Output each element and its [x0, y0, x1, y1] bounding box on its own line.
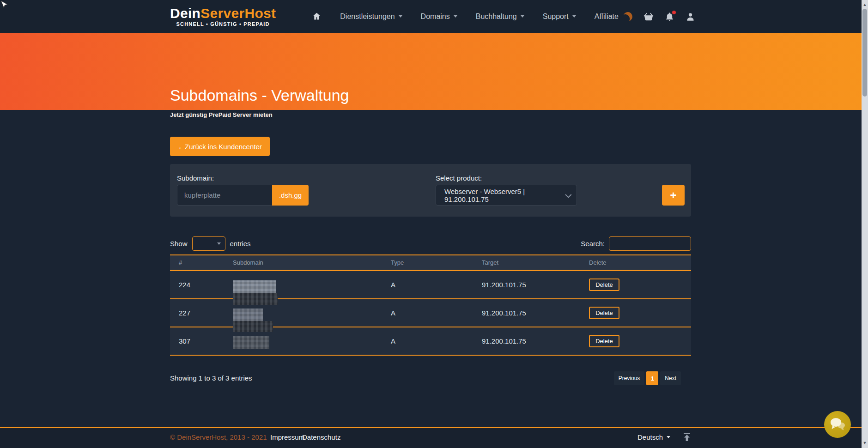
pagination-previous-button[interactable]: Previous	[614, 371, 645, 385]
search-input[interactable]	[609, 236, 691, 251]
logo-text: DeinServerHost	[170, 6, 276, 20]
redacted-subdomain-blur	[233, 321, 273, 332]
footer-link-datenschutz[interactable]: Datenschutz	[302, 433, 340, 441]
logo-tagline: SCHNELL • GÜNSTIG • PREPAID	[176, 22, 270, 27]
back-button-label: Zurück ins Kundencenter	[185, 143, 262, 151]
nav-item-domains[interactable]: Domains	[421, 12, 457, 21]
search-control: Search:	[581, 236, 691, 251]
home-icon[interactable]	[312, 12, 322, 21]
cart-icon[interactable]	[643, 12, 654, 22]
page-header-banner: Subdomains - Verwaltung Jetzt günstig Pr…	[0, 33, 862, 110]
row-target: 91.200.101.75	[473, 281, 580, 289]
subdomain-label: Subdomain:	[177, 174, 214, 182]
scrollbar-up-arrow[interactable]: ▲	[862, 1, 868, 8]
row-target: 91.200.101.75	[473, 337, 580, 345]
nav-item-label: Support	[543, 12, 569, 21]
row-type: A	[382, 337, 473, 345]
chevron-down-icon	[399, 15, 402, 18]
row-type: A	[382, 309, 473, 317]
scrollbar-thumb[interactable]	[862, 9, 867, 97]
delete-button[interactable]: Delete	[589, 307, 619, 319]
product-select[interactable]: Webserver - Webserver5 | 91.200.101.75	[436, 185, 577, 206]
chevron-down-icon	[565, 191, 572, 198]
table-header-row: # Subdomain Type Target Delete	[170, 254, 691, 271]
user-icon[interactable]	[686, 12, 695, 22]
header-delete[interactable]: Delete	[580, 259, 691, 266]
footer: © DeinServerHost, 2013 - 2021 Impressum …	[0, 427, 862, 448]
nav-item-label: Domains	[421, 12, 450, 21]
row-id: 307	[170, 337, 224, 345]
pagination: Previous 1 Next	[614, 371, 681, 385]
logo-part2: ServerHost	[200, 6, 276, 21]
row-target: 91.200.101.75	[473, 309, 580, 317]
browser-scrollbar[interactable]: ▲ ▼	[862, 0, 868, 448]
nav-item-label: Buchhaltung	[476, 12, 517, 21]
product-selected-value: Webserver - Webserver5 | 91.200.101.75	[444, 188, 565, 203]
redacted-subdomain-blur	[233, 336, 269, 349]
row-type: A	[382, 281, 473, 289]
chat-widget-button[interactable]	[824, 411, 851, 438]
domain-suffix-label: .dsh.gg	[279, 191, 302, 199]
chevron-down-icon	[667, 436, 670, 438]
back-to-customer-center-button[interactable]: ←Zurück ins Kundencenter	[170, 137, 270, 156]
redacted-subdomain-blur	[233, 293, 278, 305]
redacted-subdomain-blur	[233, 309, 263, 321]
chevron-down-icon	[217, 242, 221, 245]
table-row: 224 A 91.200.101.75 Delete	[170, 271, 691, 299]
copyright-text: © DeinServerHost, 2013 - 2021	[170, 433, 267, 441]
nav-icons	[623, 12, 695, 22]
header-subdomain[interactable]: Subdomain	[224, 259, 382, 266]
logo[interactable]: DeinServerHost SCHNELL • GÜNSTIG • PREPA…	[170, 6, 276, 27]
nav-item-label: Affiliate	[595, 12, 619, 21]
moon-dark-mode-icon[interactable]	[622, 11, 633, 22]
nav-item-dienstleistungen[interactable]: Dienstleistungen	[340, 12, 402, 21]
header-type[interactable]: Type	[382, 259, 473, 266]
page-title: Subdomains - Verwaltung	[170, 86, 349, 104]
arrow-left-icon: ←	[178, 143, 185, 151]
logo-part1: Dein	[170, 6, 200, 21]
entries-per-page-select[interactable]	[192, 236, 225, 251]
add-subdomain-button[interactable]: +	[662, 185, 685, 206]
domain-suffix-addon[interactable]: .dsh.gg	[272, 185, 309, 206]
header-target[interactable]: Target	[473, 259, 580, 266]
subdomains-table: # Subdomain Type Target Delete 224 A 91.…	[170, 254, 691, 356]
chevron-down-icon	[521, 15, 524, 18]
subdomain-input[interactable]	[177, 185, 272, 206]
product-label: Select product:	[436, 174, 482, 182]
language-selector[interactable]: Deutsch	[637, 433, 670, 441]
plus-icon: +	[670, 189, 676, 202]
delete-button[interactable]: Delete	[589, 278, 619, 291]
pagination-page-1[interactable]: 1	[646, 371, 658, 385]
nav-item-support[interactable]: Support	[543, 12, 576, 21]
search-label: Search:	[581, 240, 605, 248]
redacted-subdomain-blur	[233, 280, 276, 293]
row-id: 224	[170, 281, 224, 289]
show-label: Show	[170, 240, 188, 248]
language-selected-value: Deutsch	[637, 433, 663, 441]
row-id: 227	[170, 309, 224, 317]
entries-label: entries	[230, 240, 251, 248]
header-id[interactable]: #	[170, 259, 224, 266]
delete-button[interactable]: Delete	[589, 335, 619, 347]
nav-item-buchhaltung[interactable]: Buchhaltung	[476, 12, 524, 21]
nav-item-affiliate[interactable]: Affiliate	[595, 12, 619, 21]
scrollbar-down-arrow[interactable]: ▼	[862, 439, 868, 447]
page-subtitle: Jetzt günstig PrePaid Server mieten	[170, 111, 273, 118]
nav-item-label: Dienstleistungen	[340, 12, 395, 21]
bell-icon[interactable]	[665, 12, 674, 22]
chevron-down-icon	[572, 15, 576, 18]
chat-bubbles-icon	[829, 417, 846, 432]
top-navbar: DeinServerHost SCHNELL • GÜNSTIG • PREPA…	[0, 0, 862, 33]
scroll-to-top-icon[interactable]	[682, 432, 692, 444]
footer-link-impressum[interactable]: Impressum	[270, 433, 304, 441]
subdomain-create-panel: Subdomain: .dsh.gg Select product: Webse…	[170, 164, 691, 217]
entries-control: Show entries	[170, 236, 251, 251]
nav-menu: Dienstleistungen Domains Buchhaltung Sup…	[312, 12, 619, 21]
pagination-next-button[interactable]: Next	[660, 371, 681, 385]
subdomain-input-group: .dsh.gg	[177, 185, 309, 206]
notification-badge	[672, 11, 676, 14]
table-summary: Showing 1 to 3 of 3 entries	[170, 374, 252, 382]
chevron-down-icon	[454, 15, 457, 18]
